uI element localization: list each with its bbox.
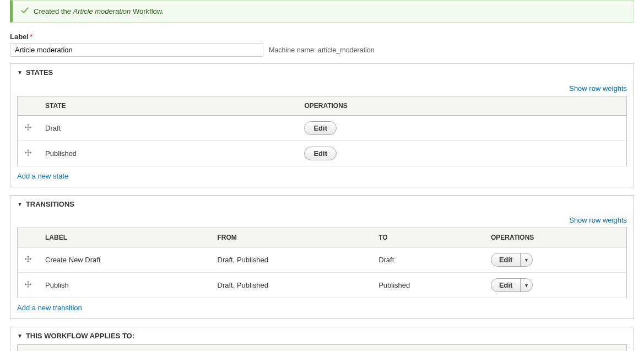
- status-message-emph: Article moderation: [73, 7, 131, 15]
- table-row: Publish Draft, Published Published Edit …: [18, 273, 627, 298]
- transitions-table: Label From To Operations Create New Draf…: [17, 228, 627, 298]
- state-name: Published: [39, 141, 297, 166]
- transitions-show-weights-link[interactable]: Show row weights: [569, 216, 627, 224]
- applies-th-items: Items: [18, 345, 377, 352]
- states-summary[interactable]: ▼ States: [10, 64, 634, 81]
- state-name: Draft: [39, 116, 297, 141]
- machine-name-label: Machine name:: [269, 46, 316, 54]
- applies-th-operations: Operations: [377, 345, 627, 352]
- states-title: States: [26, 68, 53, 77]
- transition-from: Draft, Published: [211, 247, 372, 273]
- label-label: Label: [10, 33, 29, 41]
- transition-to: Published: [372, 273, 484, 298]
- add-transition-link[interactable]: Add a new transition: [17, 304, 82, 312]
- applies-to-summary[interactable]: ▼ This workflow applies to:: [10, 327, 634, 344]
- applies-to-section: ▼ This workflow applies to: Items Operat…: [10, 327, 634, 351]
- edit-button[interactable]: Edit: [491, 279, 521, 291]
- dropdown-toggle[interactable]: ▾: [520, 279, 532, 291]
- chevron-down-icon: ▾: [525, 282, 528, 288]
- edit-button[interactable]: Edit: [304, 121, 337, 135]
- caret-down-icon: ▼: [17, 69, 23, 75]
- transitions-th-operations: Operations: [484, 228, 627, 247]
- machine-name-display: Machine name: article_moderation: [269, 46, 375, 54]
- label-input[interactable]: [10, 43, 263, 57]
- caret-down-icon: ▼: [17, 201, 23, 207]
- status-message-prefix: Created the: [34, 7, 73, 15]
- add-state-link[interactable]: Add a new state: [17, 172, 68, 180]
- states-th-drag: [18, 96, 39, 116]
- transition-ops-dropbutton: Edit ▾: [491, 278, 533, 292]
- transition-ops-dropbutton: Edit ▾: [491, 253, 533, 267]
- status-message: Created the Article moderation Workflow.: [10, 0, 634, 23]
- states-th-operations: Operations: [297, 96, 626, 116]
- label-form-row: Label* Machine name: article_moderation: [10, 33, 634, 57]
- table-row: Draft Edit: [18, 116, 627, 141]
- transitions-th-drag: [18, 228, 39, 247]
- machine-name-value: article_moderation: [318, 46, 375, 54]
- transitions-th-from: From: [211, 228, 372, 247]
- states-table: State Operations Draft Edit Published Ed…: [17, 96, 627, 166]
- drag-icon[interactable]: [24, 255, 32, 263]
- states-th-state: State: [39, 96, 297, 116]
- transitions-title: Transitions: [26, 200, 74, 208]
- states-section: ▼ States Show row weights State Operatio…: [10, 63, 634, 187]
- table-row: Create New Draft Draft, Published Draft …: [18, 247, 627, 273]
- applies-to-title: This workflow applies to:: [26, 332, 134, 340]
- drag-icon[interactable]: [24, 149, 32, 156]
- required-marker: *: [30, 33, 33, 41]
- states-show-weights-link[interactable]: Show row weights: [569, 84, 627, 93]
- transition-label: Publish: [39, 273, 211, 298]
- transition-label: Create New Draft: [39, 247, 211, 273]
- transitions-summary[interactable]: ▼ Transitions: [10, 196, 634, 213]
- edit-button[interactable]: Edit: [304, 147, 337, 160]
- transition-from: Draft, Published: [211, 273, 372, 298]
- dropdown-toggle[interactable]: ▾: [520, 253, 532, 266]
- transitions-section: ▼ Transitions Show row weights Label Fro…: [10, 195, 634, 319]
- status-message-suffix: Workflow.: [131, 7, 164, 15]
- drag-icon[interactable]: [24, 280, 32, 288]
- edit-button[interactable]: Edit: [491, 253, 521, 266]
- chevron-down-icon: ▾: [525, 257, 528, 263]
- caret-down-icon: ▼: [17, 333, 23, 339]
- transitions-th-to: To: [372, 228, 484, 247]
- drag-icon[interactable]: [24, 123, 32, 131]
- check-icon: [20, 6, 29, 17]
- transition-to: Draft: [372, 247, 484, 273]
- transitions-th-label: Label: [39, 228, 211, 247]
- status-message-text: Created the Article moderation Workflow.: [34, 7, 164, 15]
- table-row: Published Edit: [18, 141, 627, 166]
- applies-to-table: Items Operations Custom block types none…: [17, 344, 627, 351]
